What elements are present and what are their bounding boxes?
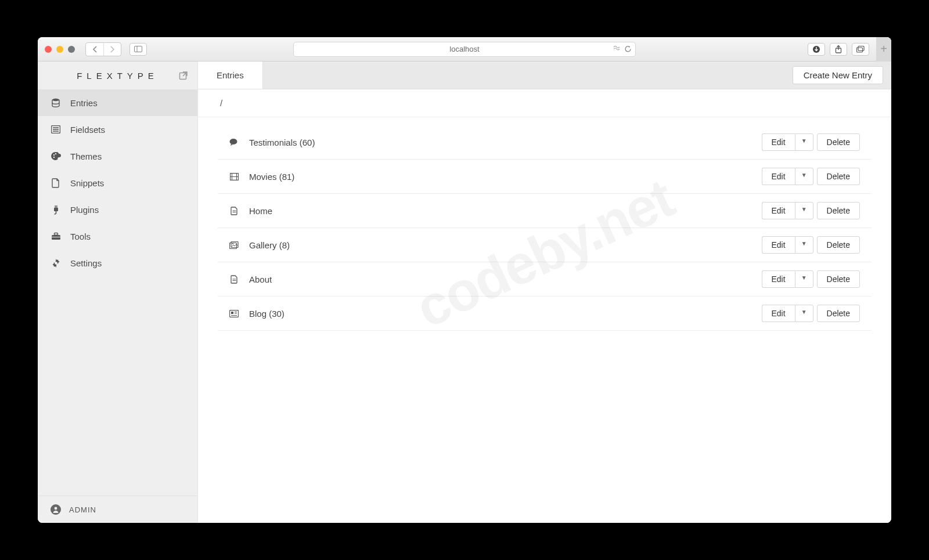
entry-label: About xyxy=(249,274,751,284)
svg-point-21 xyxy=(55,262,57,265)
nav-label: Settings xyxy=(70,258,102,268)
file-text-icon xyxy=(229,207,239,215)
sidebar-item-themes[interactable]: Themes xyxy=(38,143,197,169)
sidebar-item-snippets[interactable]: Snippets xyxy=(38,169,197,196)
svg-rect-20 xyxy=(52,237,60,237)
sidebar-item-entries[interactable]: Entries xyxy=(38,89,197,116)
database-icon xyxy=(51,97,61,108)
tabs-button[interactable] xyxy=(852,43,869,56)
sidebar-toggle-button[interactable] xyxy=(129,43,147,56)
nav-label: Fieldsets xyxy=(70,125,105,135)
sidebar: FLEXTYPE Entries Fieldsets xyxy=(38,62,198,523)
toolbox-icon xyxy=(51,231,61,241)
svg-point-14 xyxy=(53,157,54,158)
file-text-icon xyxy=(229,275,239,284)
delete-button[interactable]: Delete xyxy=(817,270,860,288)
delete-button[interactable]: Delete xyxy=(817,202,860,219)
nav-label: Entries xyxy=(70,98,98,108)
newspaper-icon xyxy=(229,310,239,317)
edit-button[interactable]: Edit xyxy=(762,168,795,185)
entry-label: Gallery (8) xyxy=(249,240,751,250)
plug-icon xyxy=(51,204,61,215)
edit-button[interactable]: Edit xyxy=(762,305,795,322)
forward-button[interactable] xyxy=(103,43,121,56)
create-new-entry-button[interactable]: Create New Entry xyxy=(793,66,883,84)
nav-label: Themes xyxy=(70,151,102,161)
tab-label: Entries xyxy=(217,70,244,80)
svg-rect-5 xyxy=(858,46,864,50)
create-label: Create New Entry xyxy=(804,70,872,80)
svg-point-23 xyxy=(230,139,237,144)
edit-dropdown-button[interactable]: ▼ xyxy=(795,168,813,185)
sidebar-item-settings[interactable]: Settings xyxy=(38,250,197,276)
nav-label: Snippets xyxy=(70,178,104,188)
entry-row[interactable]: About Edit ▼ Delete xyxy=(218,262,872,297)
svg-rect-15 xyxy=(54,208,58,211)
breadcrumb-path: / xyxy=(220,98,222,108)
edit-dropdown-button[interactable]: ▼ xyxy=(795,236,813,254)
delete-button[interactable]: Delete xyxy=(817,236,860,254)
main-content: Entries Create New Entry / codeby.net Te… xyxy=(198,62,891,523)
entry-row[interactable]: Home Edit ▼ Delete xyxy=(218,194,872,228)
brand-name: FLEXTYPE xyxy=(77,71,159,81)
edit-dropdown-button[interactable]: ▼ xyxy=(795,270,813,288)
sidebar-item-fieldsets[interactable]: Fieldsets xyxy=(38,116,197,143)
download-button[interactable] xyxy=(808,43,825,56)
breadcrumb: / xyxy=(198,89,891,117)
svg-point-32 xyxy=(232,243,233,244)
comments-icon xyxy=(229,138,239,146)
svg-rect-16 xyxy=(55,205,56,208)
entry-row[interactable]: Blog (30) Edit ▼ Delete xyxy=(218,297,872,331)
share-button[interactable] xyxy=(830,43,847,56)
reader-icon[interactable] xyxy=(613,46,621,52)
delete-button[interactable]: Delete xyxy=(817,305,860,322)
list-icon xyxy=(51,124,61,135)
reload-icon[interactable] xyxy=(624,45,632,53)
nav-label: Tools xyxy=(70,232,91,241)
entry-label: Movies (81) xyxy=(249,172,751,182)
sidebar-item-tools[interactable]: Tools xyxy=(38,223,197,250)
external-link-icon[interactable] xyxy=(179,71,188,80)
new-tab-button[interactable]: + xyxy=(876,37,891,62)
brand-header: FLEXTYPE xyxy=(38,62,197,89)
tab-entries[interactable]: Entries xyxy=(198,62,263,89)
entry-label: Testimonials (60) xyxy=(249,138,751,147)
svg-rect-36 xyxy=(231,312,233,314)
nav-label: Plugins xyxy=(70,205,99,215)
back-button[interactable] xyxy=(86,43,103,56)
svg-rect-35 xyxy=(230,310,239,317)
svg-point-12 xyxy=(53,154,54,156)
user-name: ADMIN xyxy=(69,505,96,514)
entry-row[interactable]: Gallery (8) Edit ▼ Delete xyxy=(218,228,872,262)
close-window-button[interactable] xyxy=(45,46,52,53)
entry-label: Blog (30) xyxy=(249,309,751,319)
svg-rect-4 xyxy=(857,48,863,52)
edit-button[interactable]: Edit xyxy=(762,202,795,219)
nav-list: Entries Fieldsets Themes xyxy=(38,89,197,496)
url-bar[interactable]: localhost xyxy=(293,42,636,57)
sidebar-item-plugins[interactable]: Plugins xyxy=(38,196,197,223)
edit-dropdown-button[interactable]: ▼ xyxy=(795,305,813,322)
edit-button[interactable]: Edit xyxy=(762,270,795,288)
browser-toolbar: localhost + xyxy=(38,37,891,62)
entry-label: Home xyxy=(249,206,751,216)
svg-rect-19 xyxy=(54,233,57,236)
navigation-buttons xyxy=(85,42,121,56)
minimize-window-button[interactable] xyxy=(56,46,63,53)
url-text: localhost xyxy=(449,45,479,53)
edit-dropdown-button[interactable]: ▼ xyxy=(795,202,813,219)
svg-point-13 xyxy=(55,153,56,154)
entry-row[interactable]: Movies (81) Edit ▼ Delete xyxy=(218,160,872,194)
edit-button[interactable]: Edit xyxy=(762,133,795,151)
window-controls xyxy=(45,46,75,53)
delete-button[interactable]: Delete xyxy=(817,168,860,185)
delete-button[interactable]: Delete xyxy=(817,133,860,151)
svg-rect-0 xyxy=(135,46,142,52)
edit-button[interactable]: Edit xyxy=(762,236,795,254)
entry-row[interactable]: Testimonials (60) Edit ▼ Delete xyxy=(218,125,872,160)
entries-list: codeby.net Testimonials (60) Edit ▼ Dele… xyxy=(198,117,891,339)
sidebar-footer[interactable]: ADMIN xyxy=(38,496,197,523)
maximize-window-button[interactable] xyxy=(68,46,75,53)
edit-dropdown-button[interactable]: ▼ xyxy=(795,133,813,151)
palette-icon xyxy=(51,151,61,161)
